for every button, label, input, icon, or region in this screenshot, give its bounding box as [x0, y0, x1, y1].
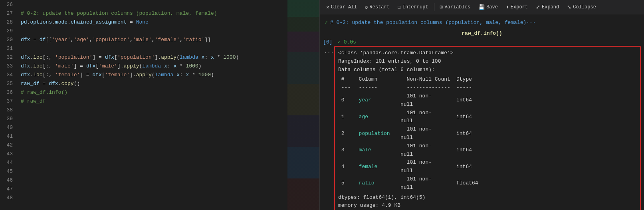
line-content-34: dfx.loc[:, 'female'] = dfx['female'].app… — [19, 72, 287, 78]
line-num-41: 41 — [0, 133, 19, 139]
code-line-45: 45 — [0, 167, 287, 176]
col-header-count: Non-Null Count — [400, 75, 456, 84]
footer-line-1: dtypes: float64(1), int64(5) — [338, 194, 637, 202]
table-row-0: 0 year 101 non-null int64 — [338, 92, 637, 109]
expand-button[interactable]: ⤢ Expand — [533, 3, 562, 11]
row-1-count: 101 non-null — [400, 109, 456, 126]
line-content-32: dfx.loc[:, 'population'] = dfx['populati… — [19, 54, 287, 60]
row-5-name: ratio — [353, 179, 400, 188]
line-num-27: 27 — [0, 10, 19, 16]
row-2-name: population — [353, 130, 400, 138]
minimap[interactable] — [287, 0, 319, 210]
table-row-1: 1 age 101 non-null int64 — [338, 109, 637, 126]
line-num-30: 30 — [0, 37, 19, 43]
code-line-38: 38 — [0, 105, 287, 114]
restart-button[interactable]: ↺ Restart — [362, 3, 393, 11]
code-line-34: 34 dfx.loc[:, 'female'] = dfx['female'].… — [0, 70, 287, 79]
clear-all-label: Clear All — [331, 4, 357, 10]
row-5-dtype: float64 — [456, 179, 478, 188]
interrupt-button[interactable]: ☐ Interrupt — [394, 3, 432, 11]
code-line-43: 43 — [0, 149, 287, 158]
output-panel: ✕ Clear All ↺ Restart ☐ Interrupt ⊞ Vari… — [319, 0, 644, 210]
line-num-42: 42 — [0, 142, 19, 148]
row-1-num: 1 — [338, 113, 353, 121]
line-num-39: 39 — [0, 116, 19, 122]
table-row-2: 2 population 101 non-null int64 — [338, 125, 637, 142]
variables-label: Variables — [444, 4, 470, 10]
function-call-header: raw_df.info() — [320, 27, 644, 38]
cell-header-text: # 0-2: update the population columns (po… — [330, 20, 536, 26]
line-num-46: 46 — [0, 177, 19, 183]
minimap-visual — [287, 0, 319, 210]
cell-time: ✓ 0.0s — [337, 39, 356, 45]
code-line-47: 47 — [0, 184, 287, 193]
collapse-button[interactable]: ⤡ Collapse — [564, 3, 599, 11]
sep-count: -------------- — [400, 84, 456, 92]
row-0-dtype: int64 — [456, 96, 472, 105]
line-num-29: 29 — [0, 28, 19, 34]
footer-line-2: memory usage: 4.9 KB — [338, 202, 637, 210]
code-line-29: 29 — [0, 26, 287, 35]
export-button[interactable]: ⬆ Export — [503, 3, 531, 11]
line-num-31: 31 — [0, 46, 19, 52]
code-panel: 26 27 # 0-2: update the population colum… — [0, 0, 287, 210]
row-4-count: 101 non-null — [400, 158, 456, 175]
code-line-35: 35 raw_df = dfx.copy() — [0, 79, 287, 88]
cell-exec-row: [6] ✓ 0.0s — [320, 38, 644, 46]
code-line-26: 26 — [0, 0, 287, 9]
row-5-count: 101 non-null — [400, 175, 456, 192]
row-1-name: age — [353, 113, 400, 121]
row-2-num: 2 — [338, 130, 353, 138]
clear-all-button[interactable]: ✕ Clear All — [323, 3, 360, 11]
table-row-4: 4 female 101 non-null int64 — [338, 158, 637, 175]
collapse-icon: ⤡ — [567, 4, 571, 10]
line-content-35: raw_df = dfx.copy() — [19, 81, 287, 87]
output-line-2: RangeIndex: 101 entries, 0 to 100 — [338, 57, 637, 66]
interrupt-label: Interrupt — [402, 4, 428, 10]
code-lines: 26 27 # 0-2: update the population colum… — [0, 0, 287, 202]
expand-icon: ⤢ — [536, 4, 540, 10]
code-line-37: 37 # raw_df — [0, 97, 287, 105]
col-header-num: # — [338, 75, 353, 84]
line-num-34: 34 — [0, 72, 19, 78]
row-2-count: 101 non-null — [400, 125, 456, 142]
table-separator-row: --- ------ -------------- ----- — [338, 84, 637, 92]
code-line-32: 32 dfx.loc[:, 'population'] = dfx['popul… — [0, 53, 287, 61]
line-num-43: 43 — [0, 151, 19, 157]
line-num-35: 35 — [0, 81, 19, 87]
code-line-41: 41 — [0, 132, 287, 141]
code-line-31: 31 — [0, 44, 287, 53]
line-num-47: 47 — [0, 186, 19, 192]
row-0-num: 0 — [338, 96, 353, 105]
code-line-42: 42 — [0, 141, 287, 149]
interrupt-icon: ☐ — [398, 4, 401, 10]
line-num-33: 33 — [0, 63, 19, 69]
code-line-33: 33 dfx.loc[:, 'male'] = dfx['male'].appl… — [0, 61, 287, 70]
row-5-num: 5 — [338, 179, 353, 188]
line-content-30: dfx = df[['year','age','population','mal… — [19, 37, 287, 43]
row-4-num: 4 — [338, 163, 353, 171]
row-1-dtype: int64 — [456, 113, 472, 121]
save-icon: 💾 — [478, 4, 485, 10]
row-4-name: female — [353, 163, 400, 171]
line-num-26: 26 — [0, 2, 19, 8]
collapse-label: Collapse — [573, 4, 596, 10]
line-num-28: 28 — [0, 19, 19, 25]
line-content-28: pd.options.mode.chained_assignment = Non… — [19, 19, 287, 25]
output-line-1: <class 'pandas.core.frame.DataFrame'> — [338, 49, 637, 57]
variables-button[interactable]: ⊞ Variables — [437, 3, 474, 11]
output-content[interactable]: ✓ # 0-2: update the population columns (… — [320, 14, 644, 210]
code-line-30: 30 dfx = df[['year','age','population','… — [0, 35, 287, 44]
separator-1 — [434, 3, 434, 11]
row-4-dtype: int64 — [456, 163, 472, 171]
sep-dtype: ----- — [456, 84, 472, 92]
line-content-27: # 0-2: update the population columns (po… — [19, 10, 287, 16]
ellipsis-button[interactable]: ··· — [324, 49, 334, 55]
row-3-num: 3 — [338, 146, 353, 155]
code-line-48: 48 — [0, 193, 287, 202]
expand-label: Expand — [542, 4, 559, 10]
cell-header: ✓ # 0-2: update the population columns (… — [320, 18, 644, 27]
row-3-count: 101 non-null — [400, 142, 456, 159]
save-button[interactable]: 💾 Save — [475, 3, 501, 11]
code-line-46: 46 — [0, 176, 287, 184]
